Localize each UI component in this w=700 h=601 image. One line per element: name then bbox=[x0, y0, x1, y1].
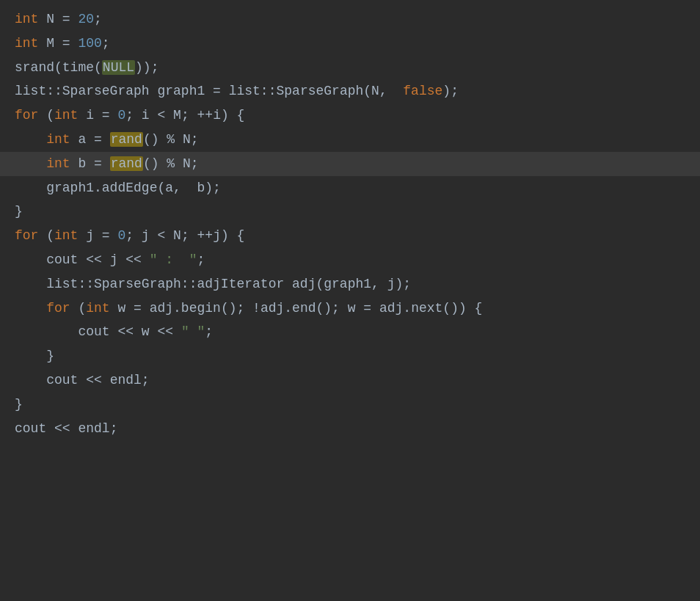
rand-highlight-b: rand bbox=[110, 156, 143, 171]
code-line-11: cout << j << " : "; bbox=[0, 248, 700, 272]
code-line-9: } bbox=[0, 200, 700, 224]
code-line-7: int b = rand() % N; bbox=[0, 152, 700, 176]
code-line-5: for (int i = 0; i < M; ++i) { bbox=[0, 103, 700, 128]
code-line-18: cout << endl; bbox=[0, 417, 700, 441]
rand-highlight-a: rand bbox=[110, 132, 143, 147]
code-line-4: list::SparseGraph graph1 = list::SparseG… bbox=[0, 79, 700, 103]
code-line-13: for (int w = adj.begin(); !adj.end(); w … bbox=[0, 296, 700, 321]
code-line-16: cout << endl; bbox=[0, 368, 700, 393]
code-line-1: int N = 20; bbox=[0, 7, 700, 32]
null-highlight: NULL bbox=[102, 60, 135, 75]
code-line-15: } bbox=[0, 344, 700, 368]
code-line-3: srand(time(NULL)); bbox=[0, 56, 700, 80]
code-line-6: int a = rand() % N; bbox=[0, 128, 700, 152]
code-line-14: cout << w << " "; bbox=[0, 320, 700, 344]
code-line-12: list::SparseGraph::adjIterator adj(graph… bbox=[0, 272, 700, 296]
keyword-int: int bbox=[15, 12, 38, 26]
code-editor: int N = 20; int M = 100; srand(time(NULL… bbox=[0, 0, 700, 448]
code-line-10: for (int j = 0; j < N; ++j) { bbox=[0, 224, 700, 248]
code-line-8: graph1.addEdge(a, b); bbox=[0, 176, 700, 200]
keyword-int: int bbox=[15, 36, 38, 51]
code-line-17: } bbox=[0, 393, 700, 417]
code-line-2: int M = 100; bbox=[0, 32, 700, 56]
